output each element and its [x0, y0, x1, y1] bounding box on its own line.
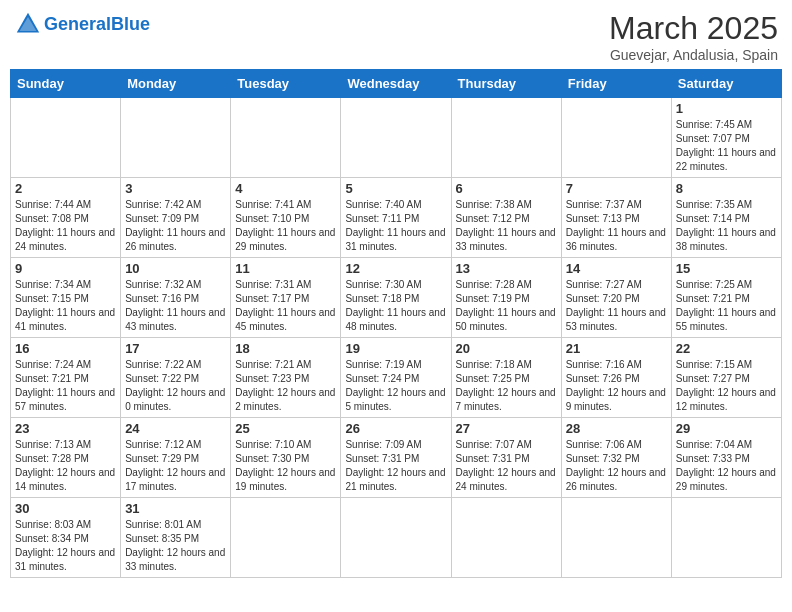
calendar-cell: 8Sunrise: 7:35 AM Sunset: 7:14 PM Daylig…	[671, 178, 781, 258]
day-number: 11	[235, 261, 336, 276]
day-info: Sunrise: 7:18 AM Sunset: 7:25 PM Dayligh…	[456, 358, 557, 414]
day-number: 10	[125, 261, 226, 276]
logo-icon	[14, 10, 42, 38]
day-number: 18	[235, 341, 336, 356]
day-number: 22	[676, 341, 777, 356]
day-info: Sunrise: 7:09 AM Sunset: 7:31 PM Dayligh…	[345, 438, 446, 494]
calendar-week-3: 9Sunrise: 7:34 AM Sunset: 7:15 PM Daylig…	[11, 258, 782, 338]
day-info: Sunrise: 7:28 AM Sunset: 7:19 PM Dayligh…	[456, 278, 557, 334]
calendar-cell: 12Sunrise: 7:30 AM Sunset: 7:18 PM Dayli…	[341, 258, 451, 338]
day-number: 6	[456, 181, 557, 196]
calendar-cell: 19Sunrise: 7:19 AM Sunset: 7:24 PM Dayli…	[341, 338, 451, 418]
calendar-cell: 29Sunrise: 7:04 AM Sunset: 7:33 PM Dayli…	[671, 418, 781, 498]
day-number: 5	[345, 181, 446, 196]
day-info: Sunrise: 8:01 AM Sunset: 8:35 PM Dayligh…	[125, 518, 226, 574]
calendar-cell: 14Sunrise: 7:27 AM Sunset: 7:20 PM Dayli…	[561, 258, 671, 338]
day-header-friday: Friday	[561, 70, 671, 98]
day-info: Sunrise: 7:38 AM Sunset: 7:12 PM Dayligh…	[456, 198, 557, 254]
day-info: Sunrise: 7:19 AM Sunset: 7:24 PM Dayligh…	[345, 358, 446, 414]
calendar-week-5: 23Sunrise: 7:13 AM Sunset: 7:28 PM Dayli…	[11, 418, 782, 498]
calendar-cell: 9Sunrise: 7:34 AM Sunset: 7:15 PM Daylig…	[11, 258, 121, 338]
day-info: Sunrise: 7:06 AM Sunset: 7:32 PM Dayligh…	[566, 438, 667, 494]
calendar-cell: 22Sunrise: 7:15 AM Sunset: 7:27 PM Dayli…	[671, 338, 781, 418]
calendar-cell: 2Sunrise: 7:44 AM Sunset: 7:08 PM Daylig…	[11, 178, 121, 258]
logo-text: GeneralBlue	[44, 14, 150, 35]
calendar-cell: 5Sunrise: 7:40 AM Sunset: 7:11 PM Daylig…	[341, 178, 451, 258]
calendar-cell: 25Sunrise: 7:10 AM Sunset: 7:30 PM Dayli…	[231, 418, 341, 498]
day-number: 15	[676, 261, 777, 276]
day-info: Sunrise: 7:32 AM Sunset: 7:16 PM Dayligh…	[125, 278, 226, 334]
calendar-week-2: 2Sunrise: 7:44 AM Sunset: 7:08 PM Daylig…	[11, 178, 782, 258]
calendar-cell	[451, 98, 561, 178]
day-number: 27	[456, 421, 557, 436]
calendar-cell: 18Sunrise: 7:21 AM Sunset: 7:23 PM Dayli…	[231, 338, 341, 418]
day-number: 14	[566, 261, 667, 276]
day-info: Sunrise: 7:40 AM Sunset: 7:11 PM Dayligh…	[345, 198, 446, 254]
day-info: Sunrise: 7:35 AM Sunset: 7:14 PM Dayligh…	[676, 198, 777, 254]
calendar-cell: 26Sunrise: 7:09 AM Sunset: 7:31 PM Dayli…	[341, 418, 451, 498]
location-subtitle: Guevejar, Andalusia, Spain	[609, 47, 778, 63]
day-number: 19	[345, 341, 446, 356]
day-info: Sunrise: 7:24 AM Sunset: 7:21 PM Dayligh…	[15, 358, 116, 414]
calendar-cell	[451, 498, 561, 578]
calendar-week-4: 16Sunrise: 7:24 AM Sunset: 7:21 PM Dayli…	[11, 338, 782, 418]
day-info: Sunrise: 7:07 AM Sunset: 7:31 PM Dayligh…	[456, 438, 557, 494]
calendar-cell	[121, 98, 231, 178]
day-info: Sunrise: 7:10 AM Sunset: 7:30 PM Dayligh…	[235, 438, 336, 494]
day-info: Sunrise: 7:12 AM Sunset: 7:29 PM Dayligh…	[125, 438, 226, 494]
day-number: 1	[676, 101, 777, 116]
calendar-cell: 11Sunrise: 7:31 AM Sunset: 7:17 PM Dayli…	[231, 258, 341, 338]
month-title: March 2025	[609, 10, 778, 47]
day-number: 31	[125, 501, 226, 516]
day-info: Sunrise: 7:22 AM Sunset: 7:22 PM Dayligh…	[125, 358, 226, 414]
day-info: Sunrise: 7:42 AM Sunset: 7:09 PM Dayligh…	[125, 198, 226, 254]
day-number: 7	[566, 181, 667, 196]
calendar-cell: 7Sunrise: 7:37 AM Sunset: 7:13 PM Daylig…	[561, 178, 671, 258]
day-number: 30	[15, 501, 116, 516]
calendar-week-6: 30Sunrise: 8:03 AM Sunset: 8:34 PM Dayli…	[11, 498, 782, 578]
day-number: 8	[676, 181, 777, 196]
day-number: 2	[15, 181, 116, 196]
calendar-cell: 23Sunrise: 7:13 AM Sunset: 7:28 PM Dayli…	[11, 418, 121, 498]
day-number: 21	[566, 341, 667, 356]
calendar-cell: 16Sunrise: 7:24 AM Sunset: 7:21 PM Dayli…	[11, 338, 121, 418]
calendar-cell: 15Sunrise: 7:25 AM Sunset: 7:21 PM Dayli…	[671, 258, 781, 338]
day-info: Sunrise: 7:30 AM Sunset: 7:18 PM Dayligh…	[345, 278, 446, 334]
calendar-cell: 27Sunrise: 7:07 AM Sunset: 7:31 PM Dayli…	[451, 418, 561, 498]
day-header-thursday: Thursday	[451, 70, 561, 98]
calendar-cell	[231, 498, 341, 578]
day-info: Sunrise: 7:31 AM Sunset: 7:17 PM Dayligh…	[235, 278, 336, 334]
day-info: Sunrise: 7:41 AM Sunset: 7:10 PM Dayligh…	[235, 198, 336, 254]
calendar-cell: 10Sunrise: 7:32 AM Sunset: 7:16 PM Dayli…	[121, 258, 231, 338]
day-info: Sunrise: 7:45 AM Sunset: 7:07 PM Dayligh…	[676, 118, 777, 174]
day-header-tuesday: Tuesday	[231, 70, 341, 98]
day-header-saturday: Saturday	[671, 70, 781, 98]
calendar-header-row: SundayMondayTuesdayWednesdayThursdayFrid…	[11, 70, 782, 98]
day-number: 20	[456, 341, 557, 356]
day-info: Sunrise: 7:25 AM Sunset: 7:21 PM Dayligh…	[676, 278, 777, 334]
calendar-cell	[341, 498, 451, 578]
day-number: 13	[456, 261, 557, 276]
day-number: 29	[676, 421, 777, 436]
day-number: 12	[345, 261, 446, 276]
calendar-cell: 30Sunrise: 8:03 AM Sunset: 8:34 PM Dayli…	[11, 498, 121, 578]
day-header-wednesday: Wednesday	[341, 70, 451, 98]
day-info: Sunrise: 7:44 AM Sunset: 7:08 PM Dayligh…	[15, 198, 116, 254]
day-number: 4	[235, 181, 336, 196]
calendar-cell: 4Sunrise: 7:41 AM Sunset: 7:10 PM Daylig…	[231, 178, 341, 258]
calendar-cell	[671, 498, 781, 578]
day-number: 24	[125, 421, 226, 436]
calendar-table: SundayMondayTuesdayWednesdayThursdayFrid…	[10, 69, 782, 578]
calendar-cell: 6Sunrise: 7:38 AM Sunset: 7:12 PM Daylig…	[451, 178, 561, 258]
day-info: Sunrise: 7:27 AM Sunset: 7:20 PM Dayligh…	[566, 278, 667, 334]
day-header-monday: Monday	[121, 70, 231, 98]
calendar-cell	[341, 98, 451, 178]
day-header-sunday: Sunday	[11, 70, 121, 98]
day-number: 28	[566, 421, 667, 436]
day-info: Sunrise: 8:03 AM Sunset: 8:34 PM Dayligh…	[15, 518, 116, 574]
day-number: 9	[15, 261, 116, 276]
calendar-cell: 17Sunrise: 7:22 AM Sunset: 7:22 PM Dayli…	[121, 338, 231, 418]
day-number: 25	[235, 421, 336, 436]
calendar-cell: 1Sunrise: 7:45 AM Sunset: 7:07 PM Daylig…	[671, 98, 781, 178]
day-info: Sunrise: 7:15 AM Sunset: 7:27 PM Dayligh…	[676, 358, 777, 414]
